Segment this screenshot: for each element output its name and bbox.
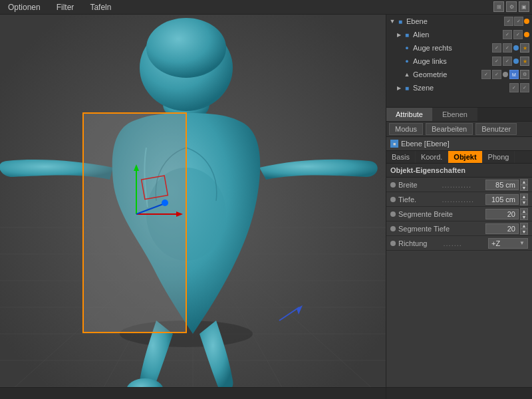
tree-lock-alien[interactable]: ✓ (513, 30, 523, 39)
prop-spinner-seg-breite: ▲ ▼ (520, 208, 528, 220)
prop-spinner-seg-tiefe: ▲ ▼ (520, 223, 528, 235)
objtab-objekt[interactable]: Objekt (448, 151, 482, 163)
tree-vis-auge-links[interactable]: ✓ (492, 57, 501, 66)
spinner-down-seg-breite[interactable]: ▼ (520, 214, 528, 220)
tree-lock-auge-rechts[interactable]: ✓ (503, 43, 512, 53)
prop-dot-seg-tiefe (390, 226, 396, 231)
toolbar-icon-2[interactable]: ⚙ (506, 1, 517, 12)
tab-attribute[interactable]: Attribute (386, 108, 433, 121)
tree-right-icons-szene: ✓ ✓ (509, 83, 529, 92)
tree-lock-szene[interactable]: ✓ (520, 83, 529, 92)
objtab-basis[interactable]: Basis (386, 151, 416, 163)
svg-point-25 (162, 200, 168, 206)
tree-extra2-geometrie: ⚙ (520, 70, 529, 79)
subtab-bearbeiten[interactable]: Bearbeiten (426, 123, 473, 135)
tab-ebenen[interactable]: Ebenen (433, 108, 477, 121)
tree-icon-szene: ■ (402, 84, 412, 91)
subtab-benutzer[interactable]: Benutzer (475, 123, 517, 135)
obj-tabs: Basis Koord. Objekt Phong (386, 151, 532, 164)
menu-bar: Optionen Filter Tafeln ⊞ ⚙ ▣ (0, 0, 532, 15)
spinner-down-seg-tiefe[interactable]: ▼ (520, 229, 528, 235)
tree-lock-ebene[interactable]: ✓ (514, 17, 523, 26)
tree-extra-auge-rechts: ★ (520, 43, 529, 53)
tree-row-geometrie[interactable]: ▲ Geometrie ✓ ✓ M ⚙ (386, 68, 532, 81)
dropdown-arrow-richtung: ▼ (519, 240, 525, 246)
menu-tafeln[interactable]: Tafeln (87, 1, 114, 13)
prop-value-seg-tiefe[interactable]: 20 (485, 223, 519, 234)
objtab-phong[interactable]: Phong (483, 151, 515, 163)
spinner-up-seg-breite[interactable]: ▲ (520, 208, 528, 214)
tree-arrow-alien[interactable]: ▶ (396, 31, 402, 38)
status-bar (386, 387, 532, 399)
tree-dot-auge-rechts (513, 45, 519, 51)
tree-row-szene[interactable]: ▶ ■ Szene ✓ ✓ (386, 81, 532, 94)
tree-arrow-szene[interactable]: ▶ (396, 84, 402, 91)
scene-tree: ▼ ■ Ebene ✓ ✓ ▶ ■ Alien ✓ (386, 15, 532, 108)
toolbar-icon-3[interactable]: ▣ (519, 1, 529, 12)
spinner-down-tiefe[interactable]: ▼ (520, 200, 528, 205)
prop-value-box-tiefe: 105 cm ▲ ▼ (485, 194, 528, 205)
tree-right-icons-auge-rechts: ✓ ✓ ★ (492, 43, 529, 53)
prop-row-tiefe: Tiefe. ............ 105 cm ▲ ▼ (386, 192, 532, 207)
prop-row-breite: Breite ........... 85 cm ▲ ▼ (386, 178, 532, 192)
tree-vis-geometrie[interactable]: ✓ (481, 70, 491, 79)
tree-icon-auge-links: ● (402, 58, 412, 65)
menu-optionen[interactable]: Optionen (5, 1, 43, 13)
layer-label: Ebene [Ebene] (401, 140, 450, 148)
menu-filter[interactable]: Filter (54, 1, 77, 13)
props-spacer (386, 251, 532, 387)
prop-row-seg-breite: Segmente Breite 20 ▲ ▼ (386, 207, 532, 221)
subtab-modus[interactable]: Modus (389, 123, 423, 135)
objtab-koord[interactable]: Koord. (416, 151, 448, 163)
tree-extra-geometrie: M (509, 70, 519, 79)
tree-vis-ebene[interactable]: ✓ (504, 17, 513, 26)
dropdown-value-richtung: +Z (491, 239, 500, 247)
tree-icon-alien: ■ (402, 31, 412, 38)
tree-label-auge-rechts: Auge rechts (413, 44, 492, 52)
prop-label-seg-tiefe: Segmente Tiefe (398, 225, 485, 233)
prop-dots-breite: ........... (442, 181, 486, 189)
prop-row-seg-tiefe: Segmente Tiefe 20 ▲ ▼ (386, 221, 532, 236)
attr-tabs: Attribute Ebenen (386, 108, 532, 122)
toolbar-icon-1[interactable]: ⊞ (493, 1, 504, 12)
properties-panel: Attribute Ebenen Modus Bearbeiten Benutz… (386, 108, 532, 387)
tree-right-icons-geometrie: ✓ ✓ M ⚙ (481, 70, 529, 79)
tree-vis-alien[interactable]: ✓ (503, 30, 512, 39)
tree-lock-geometrie[interactable]: ✓ (492, 70, 501, 79)
tree-right-icons-alien: ✓ ✓ (503, 30, 529, 39)
tree-row-alien[interactable]: ▶ ■ Alien ✓ ✓ (386, 28, 532, 41)
tree-vis-auge-rechts[interactable]: ✓ (492, 43, 501, 53)
prop-label-tiefe: Tiefe. (398, 196, 442, 203)
tree-row-auge-rechts[interactable]: ● Auge rechts ✓ ✓ ★ (386, 41, 532, 55)
spinner-up-tiefe[interactable]: ▲ (520, 194, 528, 200)
viewport-3d[interactable] (0, 15, 386, 399)
tree-row-ebene[interactable]: ▼ ■ Ebene ✓ ✓ (386, 15, 532, 28)
tree-row-auge-links[interactable]: ● Auge links ✓ ✓ ★ (386, 55, 532, 68)
spinner-up-breite[interactable]: ▲ (520, 179, 528, 185)
prop-value-box-seg-tiefe: 20 ▲ ▼ (485, 223, 528, 235)
prop-dot-breite (390, 182, 396, 188)
section-objekt-eigenschaften: Objekt-Eigenschaften (386, 164, 532, 178)
prop-dots-richtung: ....... (444, 239, 489, 247)
tree-extra-auge-links: ★ (520, 57, 529, 66)
tree-icon-auge-rechts: ● (402, 45, 412, 51)
spinner-down-breite[interactable]: ▼ (520, 185, 528, 191)
tree-lock-auge-links[interactable]: ✓ (503, 57, 512, 66)
tree-label-ebene: Ebene (406, 17, 504, 25)
alien-render (0, 15, 386, 399)
prop-value-box-breite: 85 cm ▲ ▼ (485, 179, 528, 191)
prop-value-box-seg-breite: 20 ▲ ▼ (485, 208, 528, 220)
tree-label-geometrie: Geometrie (413, 70, 481, 78)
prop-value-seg-breite[interactable]: 20 (485, 209, 519, 219)
prop-dropdown-richtung[interactable]: +Z ▼ (488, 238, 528, 249)
tree-label-szene: Szene (413, 84, 509, 92)
tree-arrow-ebene[interactable]: ▼ (389, 18, 396, 25)
tree-vis-szene[interactable]: ✓ (509, 83, 519, 92)
tree-dot-alien (524, 32, 529, 37)
prop-value-breite[interactable]: 85 cm (485, 180, 519, 190)
prop-value-tiefe[interactable]: 105 cm (485, 194, 519, 205)
prop-dot-richtung (390, 241, 396, 246)
spinner-up-seg-tiefe[interactable]: ▲ (520, 223, 528, 229)
right-panel: ▼ ■ Ebene ✓ ✓ ▶ ■ Alien ✓ (386, 15, 532, 399)
layer-info: ■ Ebene [Ebene] (386, 137, 532, 151)
